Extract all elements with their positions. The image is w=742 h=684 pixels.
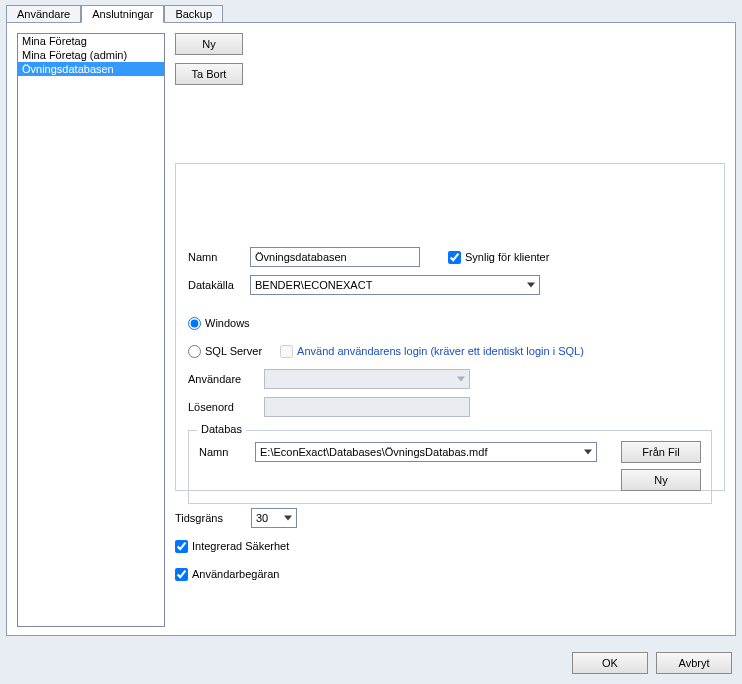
timeout-value: 30: [256, 512, 268, 524]
auth-windows-label: Windows: [205, 317, 250, 329]
user-combo: [264, 369, 470, 389]
list-item[interactable]: Mina Företag (admin): [18, 48, 164, 62]
name-input[interactable]: [250, 247, 420, 267]
chevron-down-icon: [584, 450, 592, 455]
tab-bar: Användare Anslutningar Backup: [0, 0, 742, 22]
timeout-label: Tidsgräns: [175, 512, 251, 524]
from-file-button[interactable]: Från Fil: [621, 441, 701, 463]
right-column: Ny Ta Bort Namn Synlig för klienter Data…: [175, 33, 725, 625]
password-input: [264, 397, 470, 417]
auth-sqlserver-label: SQL Server: [205, 345, 262, 357]
db-name-label: Namn: [199, 446, 255, 458]
visible-to-clients-checkbox[interactable]: [448, 251, 461, 264]
visible-to-clients-label: Synlig för klienter: [465, 251, 549, 263]
connections-panel: Mina FöretagMina Företag (admin)Övningsd…: [6, 22, 736, 636]
db-new-button[interactable]: Ny: [621, 469, 701, 491]
chevron-down-icon: [457, 377, 465, 382]
connection-details-group: Namn Synlig för klienter Datakälla BENDE…: [175, 163, 725, 491]
tab-backup[interactable]: Backup: [164, 5, 223, 23]
cancel-button[interactable]: Avbryt: [656, 652, 732, 674]
database-legend: Databas: [197, 423, 246, 435]
integrated-security-checkbox[interactable]: [175, 540, 188, 553]
password-label: Lösenord: [188, 401, 264, 413]
auth-windows-radio[interactable]: [188, 317, 201, 330]
chevron-down-icon: [527, 283, 535, 288]
tab-users[interactable]: Användare: [6, 5, 81, 23]
list-item[interactable]: Övningsdatabasen: [18, 62, 164, 76]
database-fieldset: Databas Namn E:\EconExact\Databases\Övni…: [188, 430, 712, 504]
delete-connection-button[interactable]: Ta Bort: [175, 63, 243, 85]
timeout-combo[interactable]: 30: [251, 508, 297, 528]
use-user-login-checkbox[interactable]: [280, 345, 293, 358]
tab-connections[interactable]: Anslutningar: [81, 5, 164, 23]
integrated-security-label: Integrerad Säkerhet: [192, 540, 289, 552]
chevron-down-icon: [284, 516, 292, 521]
use-user-login-label: Använd användarens login (kräver ett ide…: [297, 345, 584, 357]
datasource-value: BENDER\ECONEXACT: [255, 279, 372, 291]
datasource-combo[interactable]: BENDER\ECONEXACT: [250, 275, 540, 295]
auth-sqlserver-radio[interactable]: [188, 345, 201, 358]
db-path-combo[interactable]: E:\EconExact\Databases\ÖvningsDatabas.md…: [255, 442, 597, 462]
new-connection-button[interactable]: Ny: [175, 33, 243, 55]
user-label: Användare: [188, 373, 264, 385]
dialog-buttons: OK Avbryt: [572, 652, 732, 674]
list-item[interactable]: Mina Företag: [18, 34, 164, 48]
db-path-value: E:\EconExact\Databases\ÖvningsDatabas.md…: [260, 446, 487, 458]
user-request-checkbox[interactable]: [175, 568, 188, 581]
name-label: Namn: [188, 251, 250, 263]
user-request-label: Användarbegäran: [192, 568, 279, 580]
connections-listbox[interactable]: Mina FöretagMina Företag (admin)Övningsd…: [17, 33, 165, 627]
ok-button[interactable]: OK: [572, 652, 648, 674]
datasource-label: Datakälla: [188, 279, 250, 291]
